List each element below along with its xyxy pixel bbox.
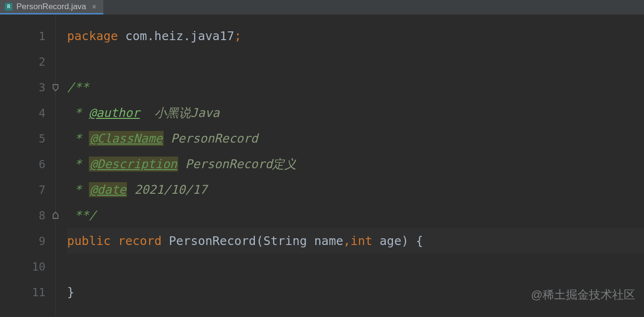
javadoc-tag: @author: [89, 106, 140, 120]
javadoc-open: /**: [67, 80, 89, 94]
line-number: 1: [39, 30, 45, 43]
code-line: * @author 小黑说Java: [67, 100, 644, 126]
line-number: 4: [39, 107, 45, 119]
javadoc-prefix: *: [67, 157, 89, 171]
identifier-token: age: [372, 234, 401, 248]
watermark: @稀土掘金技术社区: [531, 287, 635, 303]
brace-token: }: [67, 285, 74, 299]
javadoc-prefix: *: [67, 106, 89, 120]
code-line: * @ClassName PersonRecord: [67, 126, 644, 151]
type-token: String: [263, 234, 307, 248]
package-token: com.heiz.java17: [118, 29, 234, 43]
brace-token: {: [409, 234, 423, 248]
type-token: int: [350, 234, 372, 248]
comma-token: ,: [343, 234, 350, 248]
close-icon[interactable]: ×: [92, 2, 97, 11]
javadoc-desc: PersonRecord: [164, 131, 258, 145]
javadoc-prefix: *: [67, 131, 89, 145]
code-line: * @date 2021/10/17: [67, 177, 644, 202]
javadoc-desc: 2021/10/17: [127, 183, 207, 197]
keyword-token: public: [67, 234, 111, 248]
line-number: 3: [39, 81, 45, 94]
editor-tab[interactable]: R PersonRecord.java ×: [0, 0, 103, 14]
semicolon-token: ;: [234, 29, 241, 43]
code-area[interactable]: package com.heiz.java17; /** * @author 小…: [56, 14, 644, 317]
tab-filename: PersonRecord.java: [16, 2, 86, 12]
javadoc-prefix: *: [67, 183, 89, 197]
code-line: public record PersonRecord(String name,i…: [67, 228, 644, 254]
fold-collapse-icon[interactable]: [52, 84, 59, 91]
code-line: package com.heiz.java17;: [67, 23, 644, 49]
code-line: **/: [67, 202, 644, 228]
record-file-icon: R: [5, 3, 13, 11]
line-number: 9: [39, 235, 45, 247]
line-number: 8: [39, 209, 45, 222]
code-line: /**: [67, 74, 644, 100]
paren-token: (: [256, 234, 263, 248]
editor-area: 1 2 3 4 5 6 7 8 9 10 11 package com.heiz…: [0, 14, 644, 317]
keyword-token: record: [118, 234, 161, 248]
line-number: 5: [39, 132, 45, 145]
javadoc-desc: PersonRecord定义: [178, 156, 297, 172]
keyword-token: package: [67, 29, 118, 43]
javadoc-desc: 小黑说Java: [140, 105, 220, 121]
javadoc-tag: @date: [89, 182, 127, 197]
code-line: [67, 254, 644, 279]
tab-bar: R PersonRecord.java ×: [0, 0, 644, 14]
line-number: 2: [39, 56, 45, 68]
line-number: 11: [32, 286, 45, 299]
identifier-token: name: [307, 234, 343, 248]
line-number: 7: [39, 184, 45, 196]
fold-expand-icon[interactable]: [52, 212, 59, 219]
paren-token: ): [401, 234, 408, 248]
javadoc-tag: @Description: [89, 157, 178, 172]
line-number: 6: [39, 158, 45, 171]
code-line: [67, 49, 644, 74]
javadoc-tag: @ClassName: [89, 131, 164, 146]
javadoc-close: **/: [67, 208, 96, 222]
code-line: * @Description PersonRecord定义: [67, 151, 644, 177]
line-number: 10: [32, 260, 45, 273]
gutter: 1 2 3 4 5 6 7 8 9 10 11: [0, 14, 56, 317]
class-name-token: PersonRecord: [169, 234, 256, 248]
